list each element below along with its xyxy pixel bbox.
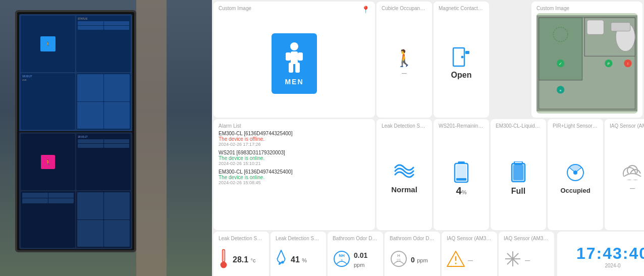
snowflake2-icon — [504, 250, 522, 270]
odor-nh3-value-group: 0.01 ppm — [354, 251, 378, 269]
cubicle-center: 🚶 – — [382, 13, 427, 114]
floorplan-image: ✓ P ! ≡ — [536, 13, 637, 114]
custom-image-men-card: Custom Image MEN 📍 — [213, 2, 375, 118]
leak-temp-value: 28.1 — [233, 255, 248, 264]
svg-point-77 — [511, 257, 514, 260]
iaq-sensor1-title: IAQ Sensor (AM319)... — [610, 123, 644, 129]
em300-liquid-value: Full — [511, 187, 525, 196]
h2s-svg: H 2S — [390, 250, 408, 268]
battery-svg — [454, 160, 469, 183]
iaq-sensor3-card: IAQ Sensor (AM319)... – — [442, 232, 497, 276]
leak-humid-content: 41 % — [276, 243, 321, 276]
men-sign: MEN — [272, 33, 317, 94]
iaq-sensor3-value: – — [468, 255, 473, 265]
pir-icon — [565, 162, 585, 185]
snowflake2-svg — [504, 250, 522, 268]
custom-image-title: Custom Image — [219, 6, 370, 11]
em300-liquid-title: EM300-CL-Liquid Lev... — [496, 123, 541, 129]
floorplan-svg: ✓ P ! ≡ — [536, 13, 637, 114]
men-label: MEN — [285, 78, 303, 86]
leak-detection-normal-title: Leak Detection Sensor... — [382, 123, 427, 129]
magnetic-center: Open — [439, 13, 484, 114]
h2s-icon: H 2S — [390, 250, 408, 270]
pir-light1-title: PIR+Light Sensor (WS... — [553, 123, 598, 129]
clock-card: 17:43:40 2024-0 — [557, 232, 644, 276]
odor-nh3-card: Bathroom Odor Detec... NH 3 0.01 ppm — [328, 232, 383, 276]
pir-light1-center: Occupied — [553, 131, 598, 226]
alarm-time-1: 2024-02-26 17:17:26 — [219, 142, 370, 147]
odor-h2s-value-group: 0 ppm — [411, 255, 428, 264]
leak-humid-value-group: 41 % — [291, 255, 307, 264]
odor-nh3-title: Bathroom Odor Detec... — [333, 236, 378, 241]
pir-light1-card: PIR+Light Sensor (WS... Occupied — [548, 119, 603, 230]
nh3-svg: NH 3 — [333, 250, 351, 268]
battery-icon — [454, 160, 469, 185]
alarm-time-2: 2024-02-26 15:10:21 — [219, 161, 370, 166]
location-pin-icon: 📍 — [361, 6, 370, 14]
odor-h2s-value: 0 — [411, 256, 415, 264]
svg-rect-31 — [513, 165, 523, 180]
svg-point-62 — [279, 263, 281, 265]
cubicle-title: Cubicle Occupancy Se... — [382, 6, 427, 11]
pir-light1-value: Occupied — [560, 187, 590, 194]
thermometer-icon — [219, 249, 229, 271]
leak-temp-content: 28.1 °c — [219, 243, 264, 276]
warning-svg — [447, 250, 465, 268]
cubicle-value: – — [402, 68, 407, 78]
men-figure-icon — [282, 41, 307, 77]
nh3-icon: NH 3 — [333, 250, 351, 270]
ws201-remaining-card: WS201-Remaining A... 4 % — [434, 119, 489, 230]
clock-date: 2024-0 — [605, 263, 620, 268]
leak-temp-title: Leak Detection Sensor... — [219, 236, 264, 241]
odor-h2s-card: Bathroom Odor Detec... H 2S 0 ppm — [385, 232, 440, 276]
magnetic-contact-icon — [452, 47, 470, 67]
iaq-sensor4-title: IAQ Sensor (AM319)... — [504, 236, 549, 241]
svg-rect-39 — [623, 177, 641, 180]
alarm-time-3: 2024-02-26 15:08:45 — [219, 180, 370, 185]
svg-rect-2 — [289, 63, 293, 73]
row1-spacer — [491, 2, 530, 118]
alarm-status-3: The device is online. — [219, 175, 370, 180]
leak-humid-card: Leak Detection Sensor... 41 % — [271, 232, 326, 276]
leak-detection-normal-center: Normal — [382, 131, 427, 226]
alarm-list-card: Alarm List EM300-CL [6136D49744325400] T… — [213, 119, 375, 230]
alarm-scroll-area[interactable]: EM300-CL [6136D49744325400] The device i… — [219, 131, 370, 226]
svg-rect-3 — [295, 63, 300, 73]
svg-text:NH: NH — [339, 253, 345, 258]
leak-humid-value: 41 — [291, 255, 300, 264]
floorplan-card: Custom Image — [531, 2, 642, 118]
thermometer-svg — [219, 249, 229, 269]
cloud-svg — [621, 163, 643, 181]
svg-rect-8 — [465, 51, 469, 54]
walk-icon: 🚶 — [394, 48, 414, 68]
alarm-device-3: EM300-CL [6136D49744325400] — [219, 169, 370, 175]
water-wave-icon — [394, 163, 414, 183]
alarm-item-2: WS201 [6983D31179320003] The device is o… — [219, 150, 370, 166]
iaq-sensor1-card: IAQ Sensor (AM319)... – — [605, 119, 644, 230]
ws201-value: 4 — [456, 185, 462, 197]
ws201-unit: % — [462, 189, 467, 195]
container-icon — [510, 161, 526, 185]
svg-rect-15 — [587, 20, 604, 35]
svg-text:!: ! — [627, 62, 628, 66]
ws201-value-container: 4 % — [456, 185, 467, 197]
alarm-status-1: The device is offline. — [219, 136, 370, 142]
leak-temp-value-group: 28.1 °c — [233, 255, 256, 264]
svg-rect-14 — [611, 23, 630, 31]
svg-rect-1 — [291, 51, 298, 64]
cubicle-occupancy-card: Cubicle Occupancy Se... 🚶 – — [377, 2, 432, 118]
svg-text:3: 3 — [341, 259, 343, 262]
svg-point-60 — [221, 262, 227, 268]
alarm-item-1: EM300-CL [6136D49744325400] The device i… — [219, 131, 370, 147]
warning-icon — [447, 250, 465, 270]
svg-rect-5 — [298, 52, 303, 61]
svg-rect-4 — [286, 52, 291, 61]
wave-svg — [394, 163, 414, 181]
svg-point-7 — [461, 56, 464, 59]
floorplan-title: Custom Image — [536, 6, 637, 11]
em300-liquid-center: Full — [496, 131, 541, 226]
leak-normal-value: Normal — [391, 185, 417, 194]
odor-nh3-content: NH 3 0.01 ppm — [333, 243, 378, 276]
left-photo-panel: 🚶 STATUS 18:03:27 LIVE — [0, 0, 212, 276]
container-svg — [510, 161, 526, 183]
